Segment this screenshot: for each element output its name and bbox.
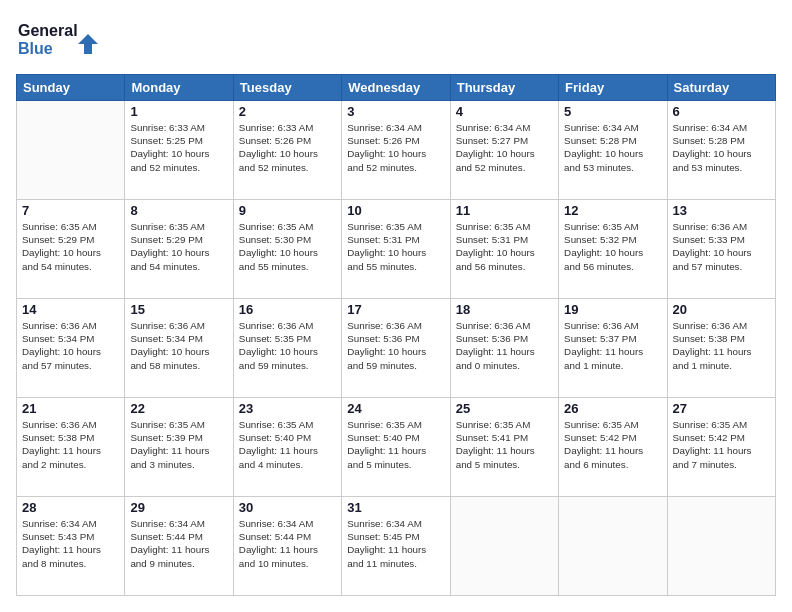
cell-info: Sunrise: 6:36 AM Sunset: 5:34 PM Dayligh… [130,319,227,372]
cell-info: Sunrise: 6:35 AM Sunset: 5:39 PM Dayligh… [130,418,227,471]
header-cell-wednesday: Wednesday [342,75,450,101]
day-number: 25 [456,401,553,416]
day-number: 29 [130,500,227,515]
day-number: 10 [347,203,444,218]
calendar-cell: 3Sunrise: 6:34 AM Sunset: 5:26 PM Daylig… [342,101,450,200]
calendar-table: SundayMondayTuesdayWednesdayThursdayFrid… [16,74,776,596]
calendar-cell [667,497,775,596]
day-number: 8 [130,203,227,218]
cell-info: Sunrise: 6:36 AM Sunset: 5:36 PM Dayligh… [456,319,553,372]
header-cell-tuesday: Tuesday [233,75,341,101]
calendar-cell: 31Sunrise: 6:34 AM Sunset: 5:45 PM Dayli… [342,497,450,596]
calendar-cell: 22Sunrise: 6:35 AM Sunset: 5:39 PM Dayli… [125,398,233,497]
day-number: 17 [347,302,444,317]
day-number: 11 [456,203,553,218]
cell-info: Sunrise: 6:36 AM Sunset: 5:34 PM Dayligh… [22,319,119,372]
calendar-cell: 13Sunrise: 6:36 AM Sunset: 5:33 PM Dayli… [667,200,775,299]
calendar-cell: 21Sunrise: 6:36 AM Sunset: 5:38 PM Dayli… [17,398,125,497]
cell-info: Sunrise: 6:35 AM Sunset: 5:42 PM Dayligh… [673,418,770,471]
logo-svg: General Blue [16,16,106,60]
cell-info: Sunrise: 6:35 AM Sunset: 5:29 PM Dayligh… [22,220,119,273]
logo: General Blue [16,16,106,64]
calendar-cell: 24Sunrise: 6:35 AM Sunset: 5:40 PM Dayli… [342,398,450,497]
day-number: 24 [347,401,444,416]
calendar-cell: 4Sunrise: 6:34 AM Sunset: 5:27 PM Daylig… [450,101,558,200]
cell-info: Sunrise: 6:36 AM Sunset: 5:37 PM Dayligh… [564,319,661,372]
calendar-cell: 15Sunrise: 6:36 AM Sunset: 5:34 PM Dayli… [125,299,233,398]
day-number: 27 [673,401,770,416]
cell-info: Sunrise: 6:36 AM Sunset: 5:33 PM Dayligh… [673,220,770,273]
day-number: 30 [239,500,336,515]
day-number: 3 [347,104,444,119]
calendar-cell: 29Sunrise: 6:34 AM Sunset: 5:44 PM Dayli… [125,497,233,596]
header-cell-saturday: Saturday [667,75,775,101]
cell-info: Sunrise: 6:35 AM Sunset: 5:31 PM Dayligh… [456,220,553,273]
cell-info: Sunrise: 6:33 AM Sunset: 5:25 PM Dayligh… [130,121,227,174]
cell-info: Sunrise: 6:35 AM Sunset: 5:29 PM Dayligh… [130,220,227,273]
calendar-cell [450,497,558,596]
calendar-cell: 6Sunrise: 6:34 AM Sunset: 5:28 PM Daylig… [667,101,775,200]
day-number: 26 [564,401,661,416]
day-number: 21 [22,401,119,416]
day-number: 31 [347,500,444,515]
header-cell-friday: Friday [559,75,667,101]
header: General Blue [16,16,776,64]
day-number: 23 [239,401,336,416]
logo-block: General Blue [16,16,106,64]
cell-info: Sunrise: 6:34 AM Sunset: 5:28 PM Dayligh… [564,121,661,174]
calendar-cell: 11Sunrise: 6:35 AM Sunset: 5:31 PM Dayli… [450,200,558,299]
day-number: 18 [456,302,553,317]
calendar-cell: 19Sunrise: 6:36 AM Sunset: 5:37 PM Dayli… [559,299,667,398]
cell-info: Sunrise: 6:35 AM Sunset: 5:41 PM Dayligh… [456,418,553,471]
week-row-1: 1Sunrise: 6:33 AM Sunset: 5:25 PM Daylig… [17,101,776,200]
cell-info: Sunrise: 6:34 AM Sunset: 5:27 PM Dayligh… [456,121,553,174]
calendar-cell: 27Sunrise: 6:35 AM Sunset: 5:42 PM Dayli… [667,398,775,497]
header-cell-sunday: Sunday [17,75,125,101]
calendar-cell: 28Sunrise: 6:34 AM Sunset: 5:43 PM Dayli… [17,497,125,596]
day-number: 5 [564,104,661,119]
cell-info: Sunrise: 6:34 AM Sunset: 5:43 PM Dayligh… [22,517,119,570]
calendar-cell: 23Sunrise: 6:35 AM Sunset: 5:40 PM Dayli… [233,398,341,497]
calendar-cell: 30Sunrise: 6:34 AM Sunset: 5:44 PM Dayli… [233,497,341,596]
cell-info: Sunrise: 6:35 AM Sunset: 5:31 PM Dayligh… [347,220,444,273]
calendar-cell: 7Sunrise: 6:35 AM Sunset: 5:29 PM Daylig… [17,200,125,299]
calendar-cell [559,497,667,596]
cell-info: Sunrise: 6:34 AM Sunset: 5:44 PM Dayligh… [130,517,227,570]
calendar-cell: 14Sunrise: 6:36 AM Sunset: 5:34 PM Dayli… [17,299,125,398]
calendar-cell: 9Sunrise: 6:35 AM Sunset: 5:30 PM Daylig… [233,200,341,299]
page: General Blue SundayMondayTuesdayWednesda… [0,0,792,612]
header-row: SundayMondayTuesdayWednesdayThursdayFrid… [17,75,776,101]
calendar-cell: 8Sunrise: 6:35 AM Sunset: 5:29 PM Daylig… [125,200,233,299]
cell-info: Sunrise: 6:35 AM Sunset: 5:42 PM Dayligh… [564,418,661,471]
calendar-cell: 12Sunrise: 6:35 AM Sunset: 5:32 PM Dayli… [559,200,667,299]
day-number: 20 [673,302,770,317]
day-number: 22 [130,401,227,416]
day-number: 6 [673,104,770,119]
calendar-cell: 16Sunrise: 6:36 AM Sunset: 5:35 PM Dayli… [233,299,341,398]
week-row-5: 28Sunrise: 6:34 AM Sunset: 5:43 PM Dayli… [17,497,776,596]
day-number: 4 [456,104,553,119]
calendar-cell: 1Sunrise: 6:33 AM Sunset: 5:25 PM Daylig… [125,101,233,200]
day-number: 1 [130,104,227,119]
calendar-cell: 26Sunrise: 6:35 AM Sunset: 5:42 PM Dayli… [559,398,667,497]
cell-info: Sunrise: 6:36 AM Sunset: 5:38 PM Dayligh… [22,418,119,471]
day-number: 9 [239,203,336,218]
calendar-header: SundayMondayTuesdayWednesdayThursdayFrid… [17,75,776,101]
day-number: 13 [673,203,770,218]
cell-info: Sunrise: 6:35 AM Sunset: 5:32 PM Dayligh… [564,220,661,273]
header-cell-monday: Monday [125,75,233,101]
cell-info: Sunrise: 6:34 AM Sunset: 5:26 PM Dayligh… [347,121,444,174]
calendar-cell [17,101,125,200]
week-row-4: 21Sunrise: 6:36 AM Sunset: 5:38 PM Dayli… [17,398,776,497]
day-number: 15 [130,302,227,317]
calendar-cell: 17Sunrise: 6:36 AM Sunset: 5:36 PM Dayli… [342,299,450,398]
week-row-3: 14Sunrise: 6:36 AM Sunset: 5:34 PM Dayli… [17,299,776,398]
svg-text:General: General [18,22,78,39]
svg-marker-2 [78,34,98,54]
calendar-cell: 25Sunrise: 6:35 AM Sunset: 5:41 PM Dayli… [450,398,558,497]
cell-info: Sunrise: 6:35 AM Sunset: 5:30 PM Dayligh… [239,220,336,273]
svg-text:Blue: Blue [18,40,53,57]
day-number: 14 [22,302,119,317]
cell-info: Sunrise: 6:36 AM Sunset: 5:36 PM Dayligh… [347,319,444,372]
day-number: 19 [564,302,661,317]
